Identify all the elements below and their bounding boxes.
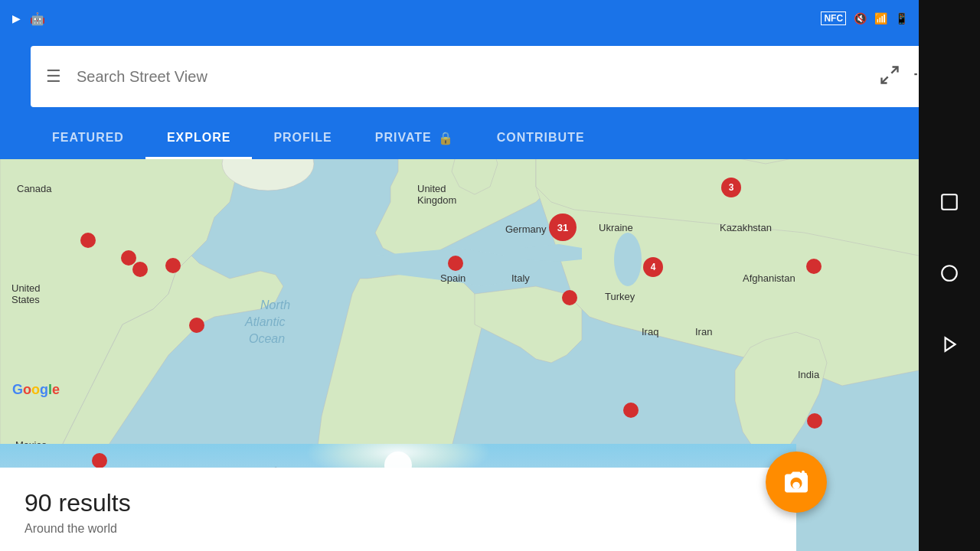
android-icon: 🤖 xyxy=(30,11,45,26)
nfc-icon: NFC xyxy=(821,11,846,25)
map-pin-6[interactable] xyxy=(92,453,107,468)
svg-point-23 xyxy=(792,482,800,490)
svg-line-1 xyxy=(882,77,888,83)
map-pin-5[interactable] xyxy=(189,318,204,333)
map-pin-1[interactable] xyxy=(80,233,96,248)
results-subtitle: Around the world xyxy=(24,522,772,536)
results-panel: 90 results Around the world xyxy=(0,468,796,551)
play-icon: ▶ xyxy=(12,12,21,24)
status-bar: ▶ 🤖 NFC 🔇 📶 📱 🔋 12:51 xyxy=(0,0,980,37)
map-pin-9[interactable] xyxy=(562,290,577,305)
hamburger-icon[interactable]: ☰ xyxy=(46,67,61,86)
map-pin-4[interactable] xyxy=(165,258,181,273)
mute-icon: 🔇 xyxy=(854,12,867,24)
map-pin-region-4[interactable]: 4 xyxy=(643,257,663,277)
map-pin-region-3[interactable]: 3 xyxy=(721,178,741,197)
fab-add-photo-button[interactable] xyxy=(766,452,827,513)
status-bar-left: ▶ 🤖 xyxy=(12,11,45,26)
camera-plus-icon xyxy=(782,468,810,496)
wifi-icon: 📶 xyxy=(874,12,887,24)
map-pin-3[interactable] xyxy=(132,262,148,277)
map-pin-8[interactable] xyxy=(448,256,463,271)
map-pin-germany-31[interactable]: 31 xyxy=(549,214,577,241)
android-back-button[interactable] xyxy=(939,334,959,360)
google-logo: Google xyxy=(12,382,60,398)
nav-tabs: FEATURED EXPLORE PROFILE PRIVATE 🔒 CONTR… xyxy=(0,116,980,159)
svg-line-0 xyxy=(891,67,897,73)
tab-private[interactable]: PRIVATE 🔒 xyxy=(354,116,475,159)
svg-text:Ocean: Ocean xyxy=(249,332,285,345)
android-home-button[interactable] xyxy=(939,263,959,289)
tab-explore[interactable]: EXPLORE xyxy=(145,116,252,159)
svg-marker-28 xyxy=(946,337,956,350)
android-nav xyxy=(919,0,980,551)
search-bar-container: ☰ xyxy=(31,46,949,107)
tab-profile[interactable]: PROFILE xyxy=(252,116,353,159)
sim-icon: 📱 xyxy=(895,12,908,24)
map-pin-12[interactable] xyxy=(807,413,822,429)
svg-point-9 xyxy=(614,233,642,286)
map-pin-10[interactable] xyxy=(806,259,822,274)
android-square-button[interactable] xyxy=(939,192,959,217)
expand-icon[interactable] xyxy=(879,64,900,90)
lock-icon: 🔒 xyxy=(438,131,454,145)
results-count: 90 results xyxy=(24,489,772,517)
tab-featured[interactable]: FEATURED xyxy=(31,116,145,159)
svg-text:Atlantic: Atlantic xyxy=(244,315,285,328)
svg-point-27 xyxy=(942,266,957,281)
tab-contribute[interactable]: CONTRIBUTE xyxy=(475,116,606,159)
svg-text:North: North xyxy=(260,298,290,311)
search-input[interactable] xyxy=(77,68,864,86)
svg-rect-26 xyxy=(942,194,957,210)
search-wrapper: ☰ xyxy=(0,37,980,116)
map-pin-11[interactable] xyxy=(623,403,639,418)
